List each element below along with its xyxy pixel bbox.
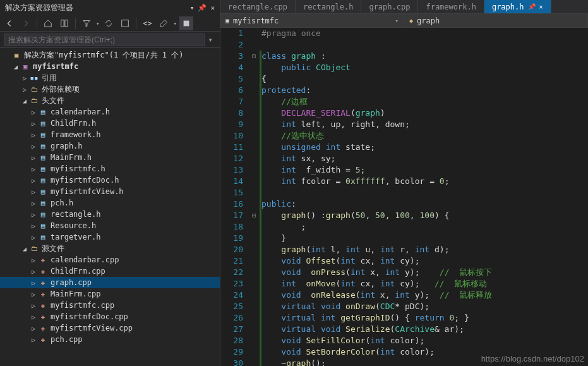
- tree-item[interactable]: ▷▤Resource.h: [0, 220, 220, 231]
- tree-item[interactable]: ▷▤graph.h: [0, 140, 220, 152]
- filter-button[interactable]: [80, 16, 93, 30]
- code-line[interactable]: void onPress(int x, int y); // 鼠标按下: [261, 267, 588, 278]
- tab-graph-cpp[interactable]: graph.cpp: [361, 0, 418, 13]
- tree-item[interactable]: ▷▤myfisrtmfc.h: [0, 163, 220, 174]
- tree-item[interactable]: ▷✚MainFrm.cpp: [0, 288, 220, 300]
- home-button[interactable]: [41, 16, 55, 30]
- code-line[interactable]: unsigned int state;: [261, 142, 588, 153]
- preview-button[interactable]: [179, 16, 193, 30]
- code-line[interactable]: DECLARE_SERIAL(graph): [261, 107, 588, 119]
- sync-button[interactable]: [102, 16, 116, 30]
- tree-view[interactable]: ▣解决方案"myfisrtmfc"(1 个项目/共 1 个)◢▣myfisrtm…: [0, 48, 220, 366]
- tree-item-label: myfisrtmfcView.cpp: [51, 324, 133, 332]
- code-line[interactable]: void onRelease(int x, int y); // 鼠标释放: [261, 290, 588, 301]
- tree-item[interactable]: ▷✚ChildFrm.cpp: [0, 265, 220, 277]
- code-line[interactable]: int fcolor = 0xffffff, bcolor = 0;: [261, 176, 588, 187]
- code-line[interactable]: #pragma once: [261, 28, 588, 39]
- tree-item[interactable]: ▷▤MainFrm.h: [0, 152, 220, 163]
- collapse-all-button[interactable]: [118, 16, 132, 30]
- back-button[interactable]: [3, 16, 16, 30]
- tree-item[interactable]: ▷▤rectangle.h: [0, 209, 220, 220]
- fold-glyphs[interactable]: ⊟⊟: [248, 28, 260, 366]
- code-line[interactable]: public CObject: [261, 62, 588, 73]
- code-line[interactable]: int sx, sy;: [261, 153, 588, 164]
- code-line[interactable]: int left, up, right, down;: [261, 119, 588, 130]
- code-line[interactable]: [261, 187, 588, 198]
- code-line[interactable]: void Offset(int cx, int cy);: [261, 255, 588, 267]
- code-line[interactable]: protected:: [261, 85, 588, 96]
- tree-item[interactable]: ◢▣myfisrtmfc: [0, 61, 220, 72]
- close-icon[interactable]: ✕: [539, 3, 543, 10]
- switch-view-button[interactable]: [57, 16, 71, 30]
- tree-item-label: Resource.h: [51, 221, 96, 230]
- sln-icon: ▣: [11, 51, 21, 59]
- tree-item[interactable]: ▷▪▪引用: [0, 72, 220, 83]
- properties-button[interactable]: [157, 16, 171, 30]
- fold-icon[interactable]: ⊟: [248, 51, 260, 62]
- code-line[interactable]: virtual int getGraphID() { return 0; }: [261, 312, 588, 324]
- tree-item[interactable]: ▷▤myfisrtmfcDoc.h: [0, 174, 220, 186]
- tab-framework-h[interactable]: framework.h: [418, 0, 484, 13]
- code-line[interactable]: virtual void onDraw(CDC* pDC);: [261, 301, 588, 312]
- src-icon: ✚: [38, 302, 48, 310]
- code-line[interactable]: void SetBorderColor(int color);: [261, 346, 588, 358]
- tree-item[interactable]: ▷▤targetver.h: [0, 231, 220, 243]
- tree-item-label: myfisrtmfcView.h: [51, 187, 124, 196]
- nav-project[interactable]: ▣ myfisrtmfc ▾: [220, 14, 404, 27]
- fold-icon: [248, 107, 260, 119]
- tab-graph-h[interactable]: graph.h📌✕: [484, 0, 551, 13]
- code-line[interactable]: }: [261, 233, 588, 244]
- tree-item[interactable]: ▷▤calendarbar.h: [0, 106, 220, 118]
- header-icon: ▤: [38, 142, 48, 150]
- pin-icon[interactable]: 📌: [198, 4, 207, 12]
- fold-icon: [248, 255, 260, 267]
- tree-item[interactable]: ◢🗀头文件: [0, 95, 220, 106]
- code-body[interactable]: #pragma onceclass graph : public CObject…: [261, 28, 588, 366]
- nav-scope[interactable]: ◆ graph: [404, 14, 588, 27]
- code-line[interactable]: class graph :: [261, 51, 588, 62]
- code-line[interactable]: //选中状态: [261, 130, 588, 142]
- fold-icon: [248, 324, 260, 335]
- code-line[interactable]: ~graph();: [261, 358, 588, 366]
- show-all-button[interactable]: <>: [140, 16, 154, 30]
- dropdown-icon[interactable]: ▾: [190, 4, 195, 12]
- tab-rectangle-cpp[interactable]: rectangle.cpp: [220, 0, 296, 13]
- tree-item-label: myfisrtmfcDoc.h: [51, 176, 119, 185]
- solution-explorer: 解决方案资源管理器 ▾ 📌 ✕ ▾ <> ▾ ▾ ▣解决方案"myfisrtmf…: [0, 0, 220, 366]
- tree-item[interactable]: ▷✚calendarbar.cpp: [0, 254, 220, 265]
- fwd-button[interactable]: [19, 16, 33, 30]
- tree-item[interactable]: ▷✚myfisrtmfcView.cpp: [0, 322, 220, 334]
- pin-icon[interactable]: 📌: [528, 3, 536, 10]
- tree-item[interactable]: ▣解决方案"myfisrtmfc"(1 个项目/共 1 个): [0, 49, 220, 61]
- fold-icon: [248, 267, 260, 278]
- code-line[interactable]: public:: [261, 198, 588, 210]
- tree-item[interactable]: ▷✚myfisrtmfc.cpp: [0, 300, 220, 311]
- tree-item[interactable]: ▷▤framework.h: [0, 129, 220, 140]
- close-icon[interactable]: ✕: [210, 4, 215, 12]
- code-line[interactable]: void SetFillColor(int color);: [261, 335, 588, 346]
- fold-icon[interactable]: ⊟: [248, 210, 260, 221]
- code-line[interactable]: [261, 39, 588, 51]
- tree-item[interactable]: ▷✚graph.cpp: [0, 277, 220, 288]
- tree-item[interactable]: ▷🗀外部依赖项: [0, 83, 220, 95]
- folder-icon: 🗀: [29, 97, 39, 105]
- code-line[interactable]: ;: [261, 221, 588, 233]
- search-input[interactable]: [4, 34, 205, 46]
- tree-item[interactable]: ▷▤myfisrtmfcView.h: [0, 186, 220, 197]
- tree-item-label: 外部依赖项: [42, 84, 80, 95]
- search-dropdown-icon[interactable]: ▾: [205, 35, 216, 44]
- tree-item[interactable]: ▷✚myfisrtmfcDoc.cpp: [0, 311, 220, 322]
- tree-item[interactable]: ◢🗀源文件: [0, 243, 220, 254]
- code-line[interactable]: //边框: [261, 96, 588, 107]
- code-line[interactable]: virtual void Serialize(CArchive& ar);: [261, 324, 588, 335]
- tree-item[interactable]: ▷▤ChildFrm.h: [0, 118, 220, 129]
- tree-item[interactable]: ▷✚pch.cpp: [0, 334, 220, 345]
- code-line[interactable]: graph(int l, int u, int r, int d);: [261, 244, 588, 255]
- tab-rectangle-h[interactable]: rectangle.h: [296, 0, 361, 13]
- tree-item[interactable]: ▷▤pch.h: [0, 197, 220, 209]
- editor[interactable]: 1234567891011121314151617181920212223242…: [220, 28, 588, 366]
- code-line[interactable]: int onMove(int cx, int cy); // 鼠标移动: [261, 278, 588, 290]
- code-line[interactable]: int f_width = 5;: [261, 164, 588, 176]
- code-line[interactable]: {: [261, 73, 588, 85]
- code-line[interactable]: graph() :graph(50, 50, 100, 100) {: [261, 210, 588, 221]
